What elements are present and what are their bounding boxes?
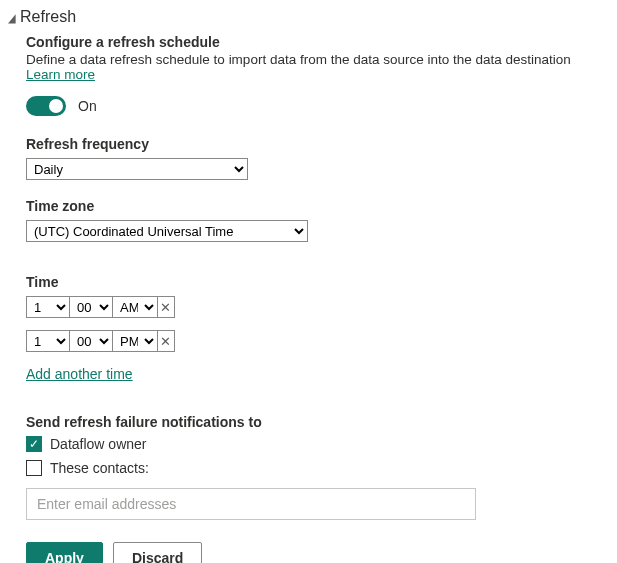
time-row: 1 00 PM ✕ bbox=[26, 330, 609, 352]
section-title: Refresh bbox=[20, 8, 76, 26]
frequency-label: Refresh frequency bbox=[26, 136, 609, 152]
close-icon: ✕ bbox=[160, 334, 171, 349]
time-ampm-select[interactable]: PM bbox=[112, 330, 158, 352]
contacts-checkbox-label: These contacts: bbox=[50, 460, 149, 476]
apply-button[interactable]: Apply bbox=[26, 542, 103, 563]
frequency-select[interactable]: Daily bbox=[26, 158, 248, 180]
schedule-subtitle: Configure a refresh schedule bbox=[26, 34, 609, 50]
notify-label: Send refresh failure notifications to bbox=[26, 414, 609, 430]
schedule-description: Define a data refresh schedule to import… bbox=[26, 52, 609, 82]
time-hour-select[interactable]: 1 bbox=[26, 330, 70, 352]
schedule-toggle[interactable] bbox=[26, 96, 66, 116]
timezone-label: Time zone bbox=[26, 198, 609, 214]
owner-checkbox-label: Dataflow owner bbox=[50, 436, 147, 452]
time-hour-select[interactable]: 1 bbox=[26, 296, 70, 318]
learn-more-link[interactable]: Learn more bbox=[26, 67, 95, 82]
time-label: Time bbox=[26, 274, 609, 290]
close-icon: ✕ bbox=[160, 300, 171, 315]
toggle-knob bbox=[49, 99, 63, 113]
timezone-select[interactable]: (UTC) Coordinated Universal Time bbox=[26, 220, 308, 242]
time-minute-select[interactable]: 00 bbox=[69, 296, 113, 318]
time-row: 1 00 AM ✕ bbox=[26, 296, 609, 318]
add-time-link[interactable]: Add another time bbox=[26, 366, 133, 382]
time-ampm-select[interactable]: AM bbox=[112, 296, 158, 318]
collapse-icon: ◢ bbox=[8, 10, 16, 23]
time-minute-select[interactable]: 00 bbox=[69, 330, 113, 352]
owner-checkbox[interactable]: ✓ bbox=[26, 436, 42, 452]
contacts-checkbox[interactable] bbox=[26, 460, 42, 476]
discard-button[interactable]: Discard bbox=[113, 542, 202, 563]
check-icon: ✓ bbox=[29, 438, 39, 450]
remove-time-button[interactable]: ✕ bbox=[157, 296, 175, 318]
remove-time-button[interactable]: ✕ bbox=[157, 330, 175, 352]
section-header[interactable]: ◢ Refresh bbox=[8, 8, 609, 26]
schedule-description-text: Define a data refresh schedule to import… bbox=[26, 52, 571, 67]
contacts-email-input[interactable] bbox=[26, 488, 476, 520]
toggle-state-label: On bbox=[78, 98, 97, 114]
